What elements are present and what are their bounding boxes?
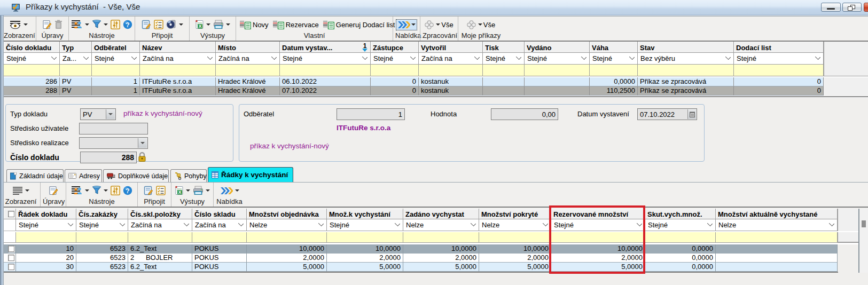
close-button[interactable] [864,3,868,12]
orders-filter-input[interactable] [280,65,371,76]
orders-column-header[interactable]: Odběratel [92,42,140,53]
lines-table-row[interactable]: 10 6523 6.2_Text POKUS 10,0000 10,0000 [0,244,868,254]
dropdown-button[interactable] [138,138,147,148]
tab-doplnkove-udaje[interactable]: Doplňkové údaje [103,169,169,182]
vertical-scrollbar[interactable] [859,209,868,273]
lines-help-button[interactable]: ? [122,185,133,196]
scrollbar-thumb[interactable] [862,220,866,227]
lines-table-row[interactable]: 20 6523 2 BOJLER POKUS 2,0000 2,0000 [0,254,868,263]
orders-column-header[interactable]: Místo [216,42,280,53]
orders-filter-dropdown[interactable]: Stejné [280,53,371,65]
lines-filter-input[interactable] [479,232,551,242]
lines-view-button[interactable] [12,186,30,195]
checklist-button[interactable] [153,19,164,30]
odberatel-field[interactable]: 1 [337,108,405,120]
orders-filter-input[interactable] [371,65,419,76]
lines-filter-input[interactable] [76,232,128,242]
lines-filter-dropdown[interactable]: Stejné [327,219,403,231]
lines-sort-button[interactable] [71,185,90,196]
filter-button[interactable] [91,19,108,30]
lines-filter-input[interactable] [327,232,403,242]
lines-filter-input[interactable] [128,232,192,242]
orders-filter-input[interactable] [638,65,734,76]
stredisko-realizace-field[interactable] [79,137,148,149]
typ-dokladu-field[interactable]: PV [80,108,116,120]
lines-filter-dropdown[interactable]: Začíná na [192,219,247,231]
lines-column-header[interactable]: Množství objednávka [247,209,327,219]
lines-filter-dropdown[interactable]: Stejné [16,219,76,231]
lines-table-row[interactable]: 30 6523 6.2_Text POKUS 5,0000 5,0000 5 [0,263,868,272]
lines-filter-dropdown[interactable]: Nelze [403,219,479,231]
lines-filter-input[interactable] [551,232,645,242]
orders-filter-dropdown[interactable]: Stejné [734,53,824,65]
media-button[interactable] [166,19,184,30]
zpracovani-button[interactable]: Vše [424,20,453,30]
orders-column-header[interactable]: Datum vystav... 1 [280,42,371,53]
lines-filter-dropdown[interactable]: Stejné [645,219,716,231]
delete-button[interactable] [54,19,63,30]
attach-note-button[interactable] [141,19,152,30]
minimize-button[interactable] [821,3,841,12]
lines-excel-button[interactable]: X [174,185,191,196]
lines-print-button[interactable] [192,185,210,196]
orders-column-header[interactable]: Název [140,42,216,53]
lines-filter-dropdown[interactable]: Nelze [716,219,838,231]
edit-button[interactable] [42,19,52,30]
orders-filter-input[interactable] [734,65,824,76]
orders-filter-dropdown[interactable]: Začíná na [216,53,280,65]
orders-filter-dropdown[interactable]: Stejné [4,53,60,65]
stredisko-uzivatele-field[interactable] [79,123,148,134]
lines-filter-input[interactable] [16,232,76,242]
nabidka-button[interactable] [396,19,417,30]
orders-table-row[interactable]: 288 PV 1 ITFutuRe s.r.o.a Hradec Králové… [0,86,868,96]
lines-filter-dropdown[interactable]: Nelze [247,219,327,231]
lines-column-header[interactable]: Čís.zakázky [76,209,128,219]
orders-column-header[interactable]: Typ [60,42,92,53]
restore-button[interactable] [842,3,862,12]
moje-prikazy-button[interactable]: Vše [466,20,496,30]
row-checkbox[interactable] [8,246,14,252]
lines-column-header[interactable]: Skut.vych.množ. [645,209,716,219]
lines-settings-button[interactable] [110,185,121,196]
print-button[interactable] [213,19,231,30]
lines-column-header[interactable]: Množ.k vychystání [327,209,403,219]
novy-button[interactable]: Novy [239,20,269,30]
orders-filter-input[interactable] [216,65,280,76]
orders-filter-dropdown[interactable]: Stejné [590,53,638,65]
lines-column-header[interactable]: Množství aktuálně vychystané [716,209,838,219]
lines-filter-input[interactable] [716,232,838,242]
orders-filter-input[interactable] [419,65,483,76]
sort-button[interactable] [71,19,90,30]
orders-column-header[interactable]: Vytvořil [419,42,483,53]
lines-filter-dropdown[interactable]: Začíná na [128,219,192,231]
settings-button[interactable] [110,19,121,30]
orders-filter-dropdown[interactable]: Stejné [371,53,419,65]
lines-filter-input[interactable] [192,232,247,242]
orders-column-header[interactable]: Váha [590,42,638,53]
orders-column-header[interactable]: Číslo dokladu [4,42,60,53]
lines-column-header[interactable]: Zadáno vychystat [403,209,479,219]
orders-filter-dropdown[interactable]: Začíná na [140,53,216,65]
lines-filter-input[interactable] [403,232,479,242]
cislo-dokladu-field[interactable]: 288 [80,152,137,163]
help-button[interactable]: ? [122,19,133,30]
lines-column-header[interactable]: Řádek dokladu [16,209,76,219]
tab-pohyby[interactable]: Pohyby [170,169,207,182]
orders-filter-dropdown[interactable]: Za... [60,53,92,65]
orders-filter-input[interactable] [525,65,590,76]
lines-nabidka-button[interactable] [220,186,240,195]
lines-column-header[interactable]: Čís.skl.položky [128,209,192,219]
lines-filter-input[interactable] [645,232,716,242]
orders-filter-input[interactable] [60,65,92,76]
orders-filter-dropdown[interactable]: Stejné [525,53,590,65]
hodnota-field[interactable]: 0,00 [491,108,558,120]
select-all-checkbox[interactable] [4,209,16,219]
tab-radky-k-vychystani[interactable]: Řádky k vychystání [208,167,293,182]
tab-adresy[interactable]: Adresy [65,169,102,182]
view-mode-button[interactable] [9,20,28,30]
orders-column-header[interactable]: Vydáno [525,42,590,53]
row-checkbox[interactable] [8,255,14,261]
lines-filter-input[interactable] [247,232,327,242]
lines-filter-dropdown[interactable]: Stejné [76,219,128,231]
generuj-dodaci-list-button[interactable]: Generuj Dodací list [323,20,396,30]
